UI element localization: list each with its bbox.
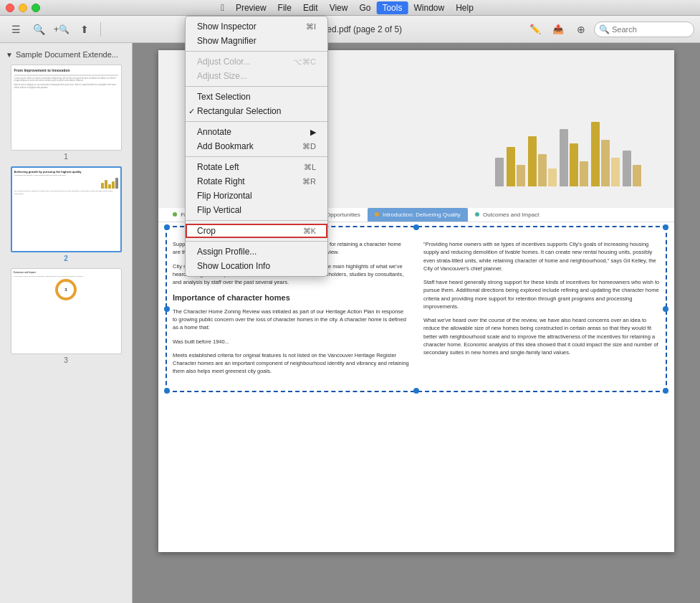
bar-group-3 xyxy=(528,136,557,186)
bar-3b xyxy=(538,154,547,186)
traffic-lights xyxy=(6,4,40,12)
menu-crop-shortcut: ⌘K xyxy=(303,227,316,236)
sidebar: ▼ Sample Document Extende... From Improv… xyxy=(0,43,133,603)
menu-flip-vertical[interactable]: Flip Vertical xyxy=(186,203,327,217)
menu-separator-5 xyxy=(186,220,327,221)
page-3-number: 3 xyxy=(11,356,122,364)
sidebar-arrow-icon: ▼ xyxy=(6,51,13,59)
menu-separator-6 xyxy=(186,241,327,242)
bar-6b xyxy=(633,165,641,186)
bar-6a xyxy=(623,151,631,186)
bar-group-2 xyxy=(507,147,525,186)
tab-dot-green xyxy=(173,212,177,217)
page-1-content: From Improvement to Innovation Lorem ips… xyxy=(11,65,121,92)
menu-assign-profile[interactable]: Assign Profile... xyxy=(186,244,327,259)
menu-view[interactable]: View xyxy=(324,1,354,14)
sidebar-header: ▼ Sample Document Extende... xyxy=(3,49,129,60)
toolbar-divider-1 xyxy=(100,22,101,37)
bar-group-6 xyxy=(623,151,641,186)
page-1-number: 1 xyxy=(11,153,122,161)
menu-help[interactable]: Help xyxy=(450,1,479,14)
menu-separator-1 xyxy=(186,51,327,52)
zoom-out-button[interactable]: 🔍 xyxy=(29,21,49,38)
menu-window[interactable]: Window xyxy=(408,1,450,14)
menu-go[interactable]: Go xyxy=(353,1,376,14)
menu-file[interactable]: File xyxy=(272,1,297,14)
menu-rotate-left[interactable]: Rotate Left ⌘L xyxy=(186,160,327,174)
menu-edit[interactable]: Edit xyxy=(297,1,324,14)
bar-4c xyxy=(580,161,588,186)
bar-1a xyxy=(495,158,504,186)
bar-2b xyxy=(517,165,525,186)
menu-show-inspector[interactable]: Show Inspector ⌘I xyxy=(186,19,327,34)
title-bar:  Preview File Edit View Go Tools Window… xyxy=(0,0,700,16)
markup-button[interactable]: ⊕ xyxy=(571,21,591,38)
tab-3-label: Introduction: Delivering Quality xyxy=(383,212,461,218)
menu-adjust-size-label: Adjust Size... xyxy=(197,71,247,81)
menu-separator-4 xyxy=(186,156,327,157)
menu-annotate-label: Annotate xyxy=(197,127,231,137)
page-2-thumb-box: Achieving growth by pursuing the highest… xyxy=(11,166,122,252)
page-2-thumb[interactable]: Achieving growth by pursuing the highest… xyxy=(11,166,122,262)
share-button[interactable]: ⬆ xyxy=(75,21,95,38)
menu-tools[interactable]: Tools xyxy=(376,1,408,14)
menu-rotate-left-shortcut: ⌘L xyxy=(304,163,316,172)
sidebar-toggle-button[interactable]: ☰ xyxy=(6,21,26,38)
bar-5a xyxy=(591,122,600,186)
menu-show-location[interactable]: Show Location Info xyxy=(186,259,327,273)
menu-annotate[interactable]: Annotate ▶ xyxy=(186,125,327,139)
tab-dot-teal xyxy=(475,212,479,217)
share-button2[interactable]: 📤 xyxy=(548,21,568,38)
menu-flip-horizontal[interactable]: Flip Horizontal xyxy=(186,189,327,203)
page-1-thumb-box: From Improvement to Innovation Lorem ips… xyxy=(11,65,122,151)
menu-adjust-color-shortcut: ⌥⌘C xyxy=(293,57,316,67)
menu-text-selection-label: Text Selection xyxy=(197,92,251,102)
tab-introduction[interactable]: Introduction: Delivering Quality xyxy=(368,208,468,222)
menu-add-bookmark-label: Add Bookmark xyxy=(197,141,254,151)
menu-crop-label: Crop xyxy=(197,226,216,236)
page-3-thumb[interactable]: Outcomes and Impact Lorem ipsum dolor si… xyxy=(11,268,122,364)
tab-outcomes[interactable]: Outcomes and Impact xyxy=(468,208,547,222)
apple-menu[interactable]:  xyxy=(221,2,224,13)
page-3-content: Outcomes and Impact Lorem ipsum dolor si… xyxy=(11,269,121,303)
bar-4a xyxy=(560,129,568,186)
tab-dot-orange xyxy=(375,212,379,217)
menu-flip-vertical-label: Flip Vertical xyxy=(197,205,241,215)
col1-p4: Was built before 1940... xyxy=(173,338,409,346)
menu-rotate-right[interactable]: Rotate Right ⌘R xyxy=(186,174,327,189)
col1-p5: Meets established criteria for original … xyxy=(173,351,409,376)
chart-area xyxy=(488,50,674,208)
menu-add-bookmark-shortcut: ⌘D xyxy=(302,142,316,151)
menu-assign-profile-label: Assign Profile... xyxy=(197,247,256,257)
page-2-content: Achieving growth by pursuing the highest… xyxy=(12,168,120,197)
zoom-in-button[interactable]: +🔍 xyxy=(52,21,72,38)
page-1-thumb[interactable]: From Improvement to Innovation Lorem ips… xyxy=(11,65,122,161)
menu-rectangular-selection[interactable]: ✓ Rectangular Selection xyxy=(186,104,327,118)
menu-text-selection[interactable]: Text Selection xyxy=(186,90,327,104)
bar-4b xyxy=(570,143,578,186)
menu-rectangular-selection-label: Rectangular Selection xyxy=(197,106,281,116)
menu-show-magnifier[interactable]: Show Magnifier xyxy=(186,34,327,48)
tools-dropdown-menu[interactable]: Show Inspector ⌘I Show Magnifier Adjust … xyxy=(185,16,328,277)
minimize-button[interactable] xyxy=(19,4,27,12)
menu-crop[interactable]: Crop ⌘K xyxy=(186,224,327,238)
menu-rotate-right-label: Rotate Right xyxy=(197,176,245,186)
pen-button[interactable]: ✏️ xyxy=(525,21,545,38)
maximize-button[interactable] xyxy=(32,4,40,12)
menu-adjust-color-label: Adjust Color... xyxy=(197,57,251,67)
col1-heading: Importance of character homes xyxy=(173,292,409,304)
main-layout: ▼ Sample Document Extende... From Improv… xyxy=(0,43,700,603)
close-button[interactable] xyxy=(6,4,14,12)
col2-p3: What we've heard over the course of the … xyxy=(423,316,660,356)
page-3-thumb-box: Outcomes and Impact Lorem ipsum dolor si… xyxy=(11,268,122,354)
menu-show-inspector-label: Show Inspector xyxy=(197,22,256,32)
menu-separator-3 xyxy=(186,121,327,122)
menu-adjust-color: Adjust Color... ⌥⌘C xyxy=(186,54,327,69)
menu-annotate-arrow: ▶ xyxy=(310,128,316,137)
menu-bar:  Preview File Edit View Go Tools Window… xyxy=(221,1,479,14)
menu-separator-2 xyxy=(186,86,327,87)
toolbar-right: ✏️ 📤 ⊕ 🔍 xyxy=(525,21,694,38)
menu-add-bookmark[interactable]: Add Bookmark ⌘D xyxy=(186,139,327,153)
col2-p2: Staff have heard generally strong suppor… xyxy=(423,278,660,310)
menu-preview[interactable]: Preview xyxy=(230,1,272,14)
